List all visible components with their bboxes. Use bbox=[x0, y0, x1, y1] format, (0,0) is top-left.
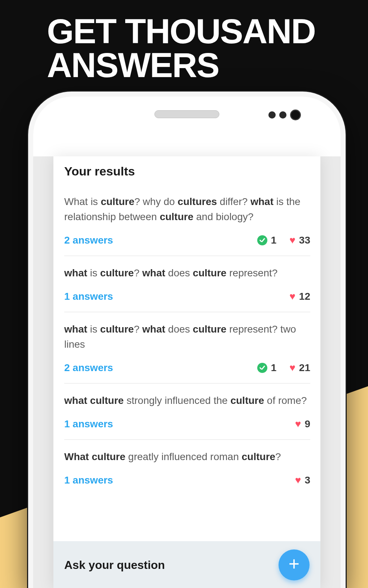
verified-number: 1 bbox=[271, 235, 277, 246]
verified-count: 1 bbox=[257, 362, 277, 374]
answers-link[interactable]: 2 answers bbox=[64, 235, 113, 246]
promo-headline: GET THOUSAND ANSWERS bbox=[47, 14, 315, 82]
answers-link[interactable]: 2 answers bbox=[64, 362, 113, 374]
proximity-sensor-icon bbox=[268, 111, 276, 119]
ask-question-bar[interactable]: Ask your question + bbox=[53, 541, 320, 588]
add-question-button[interactable]: + bbox=[279, 549, 310, 580]
results-list: Your results What is culture? why do cul… bbox=[53, 156, 320, 488]
ask-question-label: Ask your question bbox=[64, 558, 165, 572]
hearts-count: ♥33 bbox=[289, 235, 310, 246]
light-sensor-icon bbox=[279, 111, 286, 119]
question-text: What culture greatly influenced roman cu… bbox=[64, 449, 310, 464]
results-heading: Your results bbox=[64, 164, 310, 178]
heart-icon: ♥ bbox=[295, 419, 301, 429]
phone-frame: Your results What is culture? why do cul… bbox=[28, 92, 346, 588]
result-meta-row: 2 answers1♥33 bbox=[64, 235, 310, 246]
result-item[interactable]: what culture strongly influenced the cul… bbox=[64, 393, 310, 440]
answers-link[interactable]: 1 answers bbox=[64, 291, 113, 302]
verified-count: 1 bbox=[257, 235, 277, 246]
front-camera-icon bbox=[290, 110, 301, 120]
hearts-count: ♥3 bbox=[295, 475, 310, 486]
result-meta-row: 1 answers♥12 bbox=[64, 291, 310, 302]
heart-icon: ♥ bbox=[289, 363, 295, 373]
hearts-number: 9 bbox=[305, 418, 310, 430]
hearts-count: ♥9 bbox=[295, 418, 310, 430]
result-meta-row: 1 answers♥9 bbox=[64, 418, 310, 430]
headline-line-2: ANSWERS bbox=[47, 48, 315, 82]
verified-icon bbox=[257, 235, 267, 245]
app-screen: Your results What is culture? why do cul… bbox=[53, 156, 320, 588]
heart-icon: ♥ bbox=[295, 475, 301, 485]
question-text: what is culture? what does culture repre… bbox=[64, 266, 310, 281]
result-item[interactable]: what is culture? what does culture repre… bbox=[64, 266, 310, 312]
hearts-number: 21 bbox=[299, 362, 310, 374]
phone-bezel-top bbox=[33, 97, 341, 136]
result-meta-row: 2 answers1♥21 bbox=[64, 362, 310, 374]
sensor-cluster bbox=[268, 110, 301, 120]
heart-icon: ♥ bbox=[289, 235, 295, 245]
answers-link[interactable]: 1 answers bbox=[64, 475, 113, 486]
heart-icon: ♥ bbox=[289, 291, 295, 302]
verified-number: 1 bbox=[271, 362, 277, 374]
hearts-count: ♥21 bbox=[289, 362, 310, 374]
headline-line-1: GET THOUSAND bbox=[47, 14, 315, 48]
hearts-count: ♥12 bbox=[289, 291, 310, 302]
hearts-number: 33 bbox=[299, 235, 310, 246]
result-meta-row: 1 answers♥3 bbox=[64, 475, 310, 486]
result-item[interactable]: What culture greatly influenced roman cu… bbox=[64, 449, 310, 488]
result-item[interactable]: What is culture? why do cultures differ?… bbox=[64, 194, 310, 256]
hearts-number: 12 bbox=[299, 291, 310, 302]
question-text: what is culture? what does culture repre… bbox=[64, 322, 310, 352]
speaker-grille bbox=[154, 110, 219, 118]
answers-link[interactable]: 1 answers bbox=[64, 418, 113, 430]
plus-icon: + bbox=[289, 554, 299, 573]
verified-icon bbox=[257, 363, 267, 373]
hearts-number: 3 bbox=[305, 475, 310, 486]
status-bar bbox=[33, 136, 341, 156]
phone-inner: Your results What is culture? why do cul… bbox=[33, 97, 341, 588]
promo-stage: GET THOUSAND ANSWERS Your results What i… bbox=[0, 0, 368, 588]
result-item[interactable]: what is culture? what does culture repre… bbox=[64, 322, 310, 384]
question-text: What is culture? why do cultures differ?… bbox=[64, 194, 310, 224]
question-text: what culture strongly influenced the cul… bbox=[64, 393, 310, 408]
